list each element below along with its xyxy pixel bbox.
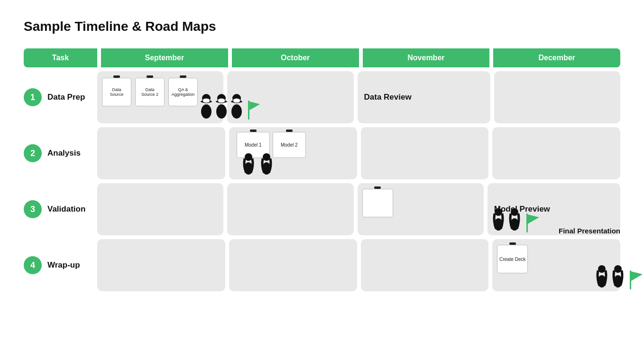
- svg-point-11: [233, 98, 240, 103]
- months-header: September October November December: [101, 48, 620, 67]
- november-header: November: [363, 48, 490, 67]
- svg-point-23: [614, 275, 622, 288]
- person-1: [200, 93, 213, 120]
- card-model-2: Model 2: [273, 132, 306, 158]
- card-create-deck: Create Deck: [497, 245, 528, 273]
- row3-cells: Model Preview: [97, 183, 620, 235]
- card-data-source-2: DataSource 2: [135, 78, 165, 106]
- svg-point-17: [494, 218, 503, 231]
- task-name-2: Analysis: [47, 149, 81, 158]
- page-title: Sample Timeline & Road Maps: [24, 19, 620, 34]
- row3-november: [358, 183, 484, 235]
- task-number-2: 2: [24, 144, 42, 162]
- svg-point-5: [216, 104, 227, 119]
- person-2: [215, 93, 228, 120]
- card-qa-aggregation: QA &Aggregation: [168, 78, 198, 106]
- row4-october: [229, 239, 357, 291]
- row4-cells: Final Presentation Create Deck: [97, 239, 620, 291]
- row4-september: [97, 239, 225, 291]
- task-number-4: 4: [24, 256, 42, 274]
- card-blank-1: [362, 189, 393, 217]
- row2-label: 2 Analysis: [24, 140, 97, 166]
- row4-december: Final Presentation Create Deck: [492, 239, 620, 291]
- task-name-4: Wrap-up: [47, 260, 80, 270]
- row3-september: [97, 183, 223, 235]
- svg-point-3: [202, 98, 210, 103]
- svg-point-20: [598, 265, 606, 273]
- svg-point-15: [262, 162, 271, 175]
- svg-point-16: [495, 208, 502, 216]
- person-validation-2: [507, 208, 522, 232]
- flag-4: [629, 270, 644, 289]
- task-name-3: Validation: [47, 204, 85, 214]
- row-validation: 3 Validation: [24, 183, 620, 235]
- row2-cells: Model 1 Model 2: [97, 127, 620, 179]
- person-analysis-1: [241, 153, 256, 176]
- svg-point-9: [231, 104, 242, 119]
- row1-september: DataSource DataSource 2 QA &Aggregation: [97, 71, 223, 123]
- row2-december: [492, 127, 620, 179]
- person-wrapup-2: [611, 265, 625, 289]
- september-header: September: [101, 48, 228, 67]
- row2-november: [361, 127, 489, 179]
- timeline-container: Task September October November December…: [24, 48, 620, 291]
- task-number-3: 3: [24, 200, 42, 218]
- row1-cells: DataSource DataSource 2 QA &Aggregation: [97, 71, 620, 123]
- row-wrapup: 4 Wrap-up Final Presentation Create Deck: [24, 239, 620, 291]
- person-wrapup-1: [595, 265, 609, 289]
- svg-point-22: [614, 265, 622, 273]
- task-column-header: Task: [24, 48, 97, 67]
- person-validation-1: [491, 208, 506, 232]
- row-data-prep: 1 Data Prep DataSource DataSource 2: [24, 71, 620, 123]
- svg-point-7: [218, 98, 225, 103]
- row4-label: 4 Wrap-up: [24, 252, 97, 278]
- svg-point-21: [598, 275, 606, 288]
- december-header: December: [493, 48, 620, 67]
- row1-november: Data Review: [358, 71, 490, 123]
- person-analysis-2: [259, 153, 274, 176]
- row2-october: Model 1 Model 2: [229, 127, 357, 179]
- svg-point-1: [201, 104, 212, 119]
- row1-december: [494, 71, 620, 123]
- svg-point-12: [245, 153, 252, 161]
- row4-november: [361, 239, 489, 291]
- october-header: October: [232, 48, 359, 67]
- task-name-1: Data Prep: [47, 93, 85, 102]
- row1-label: 1 Data Prep: [24, 84, 97, 110]
- final-presentation-label: Final Presentation: [559, 227, 620, 235]
- card-data-source-1: DataSource: [102, 78, 131, 106]
- data-review-label: Data Review: [364, 93, 412, 102]
- svg-point-18: [511, 208, 518, 216]
- person-3: [230, 93, 243, 120]
- row3-october: [227, 183, 353, 235]
- row3-label: 3 Validation: [24, 196, 97, 222]
- svg-point-19: [510, 218, 519, 231]
- task-number-1: 1: [24, 88, 42, 106]
- svg-point-14: [263, 153, 270, 161]
- flag-3: [525, 213, 541, 232]
- header-row: Task September October November December: [24, 48, 620, 67]
- svg-point-13: [244, 162, 253, 175]
- flag-1: [247, 101, 261, 120]
- row2-september: [97, 127, 225, 179]
- row-analysis: 2 Analysis Model 1 Model 2: [24, 127, 620, 179]
